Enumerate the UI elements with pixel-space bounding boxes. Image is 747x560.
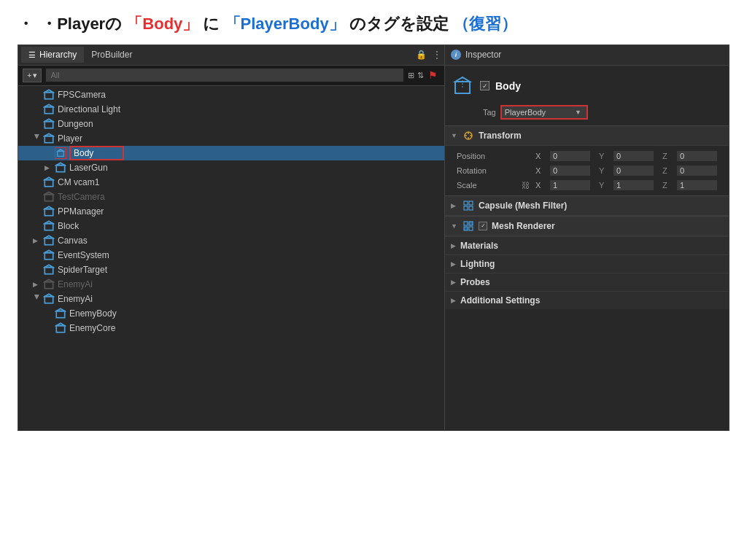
add-button[interactable]: + ▾ bbox=[23, 69, 42, 82]
list-item[interactable]: CM vcam1 bbox=[18, 175, 444, 190]
mesh-renderer-component-header[interactable]: ▼ ✓ Mesh Renderer bbox=[445, 216, 729, 236]
list-item[interactable]: ▶ Player bbox=[18, 131, 444, 146]
search-options-icon[interactable]: ⊞ bbox=[408, 71, 414, 80]
panel-icons: 🔒 ⋮ bbox=[416, 50, 441, 60]
arrow-icon: ▶ bbox=[33, 281, 42, 288]
tag-row: Tag PlayerBody ▼ bbox=[445, 102, 729, 125]
svg-rect-44 bbox=[464, 206, 468, 210]
hierarchy-tab-icon: ☰ bbox=[28, 50, 36, 60]
sort-icon[interactable]: ⇅ bbox=[417, 71, 424, 80]
list-item[interactable]: Block bbox=[18, 219, 444, 233]
svg-rect-10 bbox=[56, 165, 64, 171]
mesh-renderer-checkbox[interactable]: ✓ bbox=[479, 222, 487, 230]
y-axis-label: Y bbox=[599, 166, 608, 175]
scale-x-input[interactable] bbox=[550, 180, 590, 190]
materials-section: ▶ Materials bbox=[445, 236, 729, 254]
lock-icon[interactable]: 🔒 bbox=[416, 50, 427, 60]
list-item[interactable]: ▶ EnemyAi bbox=[18, 277, 444, 292]
cube-icon bbox=[43, 235, 55, 246]
list-item[interactable]: Directional Light bbox=[18, 102, 444, 117]
tab-probuilder[interactable]: ProBuilder bbox=[84, 47, 139, 63]
tag-value: PlayerBody bbox=[505, 108, 546, 117]
additional-settings-header[interactable]: ▶ Additional Settings bbox=[445, 292, 729, 309]
cube-icon bbox=[43, 118, 55, 130]
tab-hierarchy[interactable]: ☰ Hierarchy bbox=[21, 47, 84, 63]
list-item[interactable]: EventSystem bbox=[18, 248, 444, 262]
svg-marker-19 bbox=[44, 221, 53, 223]
materials-header[interactable]: ▶ Materials bbox=[445, 237, 729, 254]
rotation-x-input[interactable] bbox=[550, 166, 590, 176]
list-item-body[interactable]: Body bbox=[18, 146, 444, 160]
scale-y-input[interactable] bbox=[614, 180, 654, 190]
list-item[interactable]: TestCamera bbox=[18, 190, 444, 204]
list-item[interactable]: FPSCamera bbox=[18, 88, 444, 102]
list-item[interactable]: EnemyCore bbox=[18, 321, 444, 335]
svg-marker-5 bbox=[44, 119, 53, 121]
svg-rect-8 bbox=[58, 151, 64, 156]
cube-icon bbox=[55, 162, 66, 174]
svg-rect-48 bbox=[464, 227, 468, 230]
position-y-input[interactable] bbox=[614, 151, 654, 161]
rotation-row: Rotation X Y Z bbox=[445, 163, 729, 178]
svg-marker-15 bbox=[44, 192, 53, 194]
mesh-filter-icon bbox=[462, 200, 474, 211]
list-item[interactable]: SpiderTarget bbox=[18, 262, 444, 277]
cube-icon bbox=[55, 147, 66, 159]
expand-arrow-icon: ▶ bbox=[34, 134, 41, 143]
y-axis-label: Y bbox=[599, 152, 608, 160]
unity-window: ☰ Hierarchy ProBuilder 🔒 ⋮ + ▾ ⊞ ⇅ ⚑ bbox=[18, 44, 729, 431]
mesh-renderer-icon bbox=[462, 220, 474, 232]
scale-z-input[interactable] bbox=[677, 180, 717, 190]
list-item[interactable]: EnemyBody bbox=[18, 306, 444, 321]
list-item[interactable]: Dungeon bbox=[18, 117, 444, 131]
transform-component-header[interactable]: ▼ Transform bbox=[445, 125, 729, 146]
cube-icon bbox=[43, 249, 55, 261]
cube-icon bbox=[43, 264, 55, 276]
svg-marker-17 bbox=[44, 206, 53, 209]
svg-rect-26 bbox=[44, 281, 53, 288]
section-arrow-icon: ▶ bbox=[451, 242, 456, 249]
cube-icon bbox=[43, 206, 55, 217]
lighting-section: ▶ Lighting bbox=[445, 254, 729, 273]
svg-rect-43 bbox=[469, 201, 473, 205]
position-label: Position bbox=[457, 152, 515, 160]
position-z-input[interactable] bbox=[677, 151, 717, 161]
rotation-y-input[interactable] bbox=[614, 166, 654, 176]
x-axis-label: X bbox=[535, 181, 544, 190]
cube-icon bbox=[43, 176, 55, 188]
object-checkbox[interactable]: ✓ bbox=[480, 81, 489, 90]
lighting-header[interactable]: ▶ Lighting bbox=[445, 255, 729, 273]
inspector-title: Inspector bbox=[465, 50, 501, 60]
cube-icon bbox=[43, 293, 55, 305]
svg-rect-4 bbox=[44, 121, 53, 128]
search-right-icons: ⊞ ⇅ bbox=[408, 71, 424, 80]
z-axis-label: Z bbox=[662, 181, 671, 190]
scale-row: Scale ⛓ X Y Z bbox=[445, 178, 729, 192]
mesh-filter-component-header[interactable]: ▶ Capsule (Mesh Filter) bbox=[445, 195, 729, 216]
probes-header[interactable]: ▶ Probes bbox=[445, 273, 729, 291]
list-item[interactable]: ▶ LaserGun bbox=[18, 160, 444, 175]
search-input[interactable] bbox=[46, 69, 403, 82]
y-axis-label: Y bbox=[599, 181, 608, 190]
list-item[interactable]: PPManager bbox=[18, 204, 444, 219]
rotation-z-input[interactable] bbox=[677, 166, 717, 176]
inspector-panel: i Inspector ✓ Body Tag Pl bbox=[445, 45, 729, 430]
object-cube-icon bbox=[451, 74, 474, 98]
cube-icon bbox=[43, 133, 55, 144]
position-x-input[interactable] bbox=[550, 151, 590, 161]
list-item[interactable]: ▶ EnemyAi bbox=[18, 292, 444, 306]
more-icon[interactable]: ⋮ bbox=[433, 50, 441, 60]
svg-marker-21 bbox=[44, 236, 53, 238]
transform-label: Transform bbox=[479, 131, 522, 141]
cube-icon bbox=[55, 322, 66, 334]
svg-marker-11 bbox=[56, 163, 64, 165]
svg-rect-20 bbox=[44, 238, 53, 244]
component-expand-icon: ▼ bbox=[451, 132, 458, 139]
list-item[interactable]: ▶ Canvas bbox=[18, 233, 444, 248]
tag-dropdown[interactable]: PlayerBody ▼ bbox=[500, 105, 588, 120]
svg-rect-16 bbox=[44, 209, 53, 215]
svg-rect-28 bbox=[44, 296, 53, 303]
svg-rect-46 bbox=[464, 222, 468, 225]
object-header: ✓ Body bbox=[445, 70, 729, 102]
rotation-label: Rotation bbox=[457, 166, 515, 175]
